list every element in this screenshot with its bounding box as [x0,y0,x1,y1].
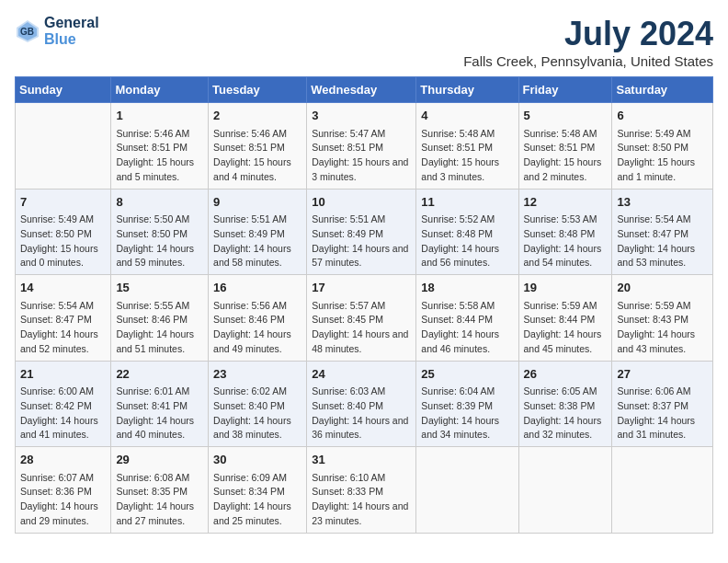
header-cell-wednesday: Wednesday [307,77,416,103]
cell-date: 10 [312,193,411,212]
cell-info: Sunrise: 6:00 AMSunset: 8:42 PMDaylight:… [20,385,106,442]
day-cell: 16Sunrise: 5:56 AMSunset: 8:46 PMDayligh… [209,275,307,362]
day-cell: 20Sunrise: 5:59 AMSunset: 8:43 PMDayligh… [612,275,713,362]
cell-info: Sunrise: 6:10 AMSunset: 8:33 PMDaylight:… [312,471,411,529]
cell-date: 21 [20,365,106,384]
day-cell [612,447,713,534]
cell-info: Sunrise: 5:48 AMSunset: 8:51 PMDaylight:… [421,127,513,185]
day-cell: 15Sunrise: 5:55 AMSunset: 8:46 PMDayligh… [111,275,209,362]
cell-date: 9 [213,193,301,212]
cell-info: Sunrise: 5:54 AMSunset: 8:47 PMDaylight:… [617,213,708,270]
cell-info: Sunrise: 5:46 AMSunset: 8:51 PMDaylight:… [213,127,301,185]
week-row-3: 14Sunrise: 5:54 AMSunset: 8:47 PMDayligh… [16,275,713,362]
cell-date: 26 [524,365,608,384]
cell-info: Sunrise: 6:02 AMSunset: 8:40 PMDaylight:… [213,385,301,442]
day-cell: 31Sunrise: 6:10 AMSunset: 8:33 PMDayligh… [307,447,416,534]
subtitle: Falls Creek, Pennsylvania, United States [463,53,713,69]
cell-date: 3 [312,107,411,125]
day-cell: 22Sunrise: 6:01 AMSunset: 8:41 PMDayligh… [111,361,209,447]
cell-date: 23 [213,365,301,384]
cell-info: Sunrise: 5:59 AMSunset: 8:44 PMDaylight:… [524,299,608,357]
cell-info: Sunrise: 6:07 AMSunset: 8:36 PMDaylight:… [20,471,106,529]
cell-date: 27 [617,365,708,384]
cell-info: Sunrise: 5:50 AMSunset: 8:50 PMDaylight:… [116,213,203,270]
day-cell: 6Sunrise: 5:49 AMSunset: 8:50 PMDaylight… [612,103,713,190]
day-cell: 10Sunrise: 5:51 AMSunset: 8:49 PMDayligh… [307,189,416,275]
cell-date: 19 [524,279,608,297]
cell-info: Sunrise: 5:57 AMSunset: 8:45 PMDaylight:… [312,299,411,357]
cell-info: Sunrise: 5:58 AMSunset: 8:44 PMDaylight:… [421,299,513,357]
cell-info: Sunrise: 6:06 AMSunset: 8:37 PMDaylight:… [617,385,708,442]
cell-info: Sunrise: 5:51 AMSunset: 8:49 PMDaylight:… [312,213,411,270]
logo-text: General Blue [44,15,99,47]
cell-date: 18 [421,279,513,297]
header-cell-tuesday: Tuesday [209,77,307,103]
day-cell: 30Sunrise: 6:09 AMSunset: 8:34 PMDayligh… [209,447,307,534]
day-cell: 24Sunrise: 6:03 AMSunset: 8:40 PMDayligh… [307,361,416,447]
day-cell: 26Sunrise: 6:05 AMSunset: 8:38 PMDayligh… [518,361,612,447]
main-title: July 2024 [463,15,713,53]
day-cell: 21Sunrise: 6:00 AMSunset: 8:42 PMDayligh… [16,361,111,447]
cell-info: Sunrise: 5:49 AMSunset: 8:50 PMDaylight:… [20,213,106,270]
day-cell: 25Sunrise: 6:04 AMSunset: 8:39 PMDayligh… [416,361,518,447]
cell-info: Sunrise: 5:55 AMSunset: 8:46 PMDaylight:… [116,299,203,357]
cell-date: 5 [524,107,608,125]
day-cell: 19Sunrise: 5:59 AMSunset: 8:44 PMDayligh… [518,275,612,362]
cell-date: 15 [116,279,203,297]
cell-date: 11 [421,193,513,212]
cell-info: Sunrise: 6:03 AMSunset: 8:40 PMDaylight:… [312,385,411,442]
cell-info: Sunrise: 6:09 AMSunset: 8:34 PMDaylight:… [213,471,301,529]
logo-icon: GB [15,18,40,44]
cell-date: 16 [213,279,301,297]
cell-date: 22 [116,365,203,384]
cell-info: Sunrise: 6:04 AMSunset: 8:39 PMDaylight:… [421,385,513,442]
cell-date: 12 [524,193,608,212]
day-cell [518,447,612,534]
day-cell [16,103,111,190]
cell-date: 29 [116,451,203,469]
week-row-2: 7Sunrise: 5:49 AMSunset: 8:50 PMDaylight… [16,189,713,275]
day-cell: 4Sunrise: 5:48 AMSunset: 8:51 PMDaylight… [416,103,518,190]
cell-info: Sunrise: 6:08 AMSunset: 8:35 PMDaylight:… [116,471,203,529]
header-row: SundayMondayTuesdayWednesdayThursdayFrid… [16,77,713,103]
cell-info: Sunrise: 5:49 AMSunset: 8:50 PMDaylight:… [617,127,708,185]
svg-text:GB: GB [20,27,34,37]
cell-date: 8 [116,193,203,212]
day-cell: 29Sunrise: 6:08 AMSunset: 8:35 PMDayligh… [111,447,209,534]
cell-date: 25 [421,365,513,384]
cell-date: 31 [312,451,411,469]
cell-date: 30 [213,451,301,469]
day-cell: 3Sunrise: 5:47 AMSunset: 8:51 PMDaylight… [307,103,416,190]
day-cell: 5Sunrise: 5:48 AMSunset: 8:51 PMDaylight… [518,103,612,190]
cell-info: Sunrise: 5:47 AMSunset: 8:51 PMDaylight:… [312,127,411,185]
cell-date: 2 [213,107,301,125]
cell-info: Sunrise: 5:59 AMSunset: 8:43 PMDaylight:… [617,299,708,357]
header-cell-thursday: Thursday [416,77,518,103]
cell-info: Sunrise: 5:53 AMSunset: 8:48 PMDaylight:… [524,213,608,270]
week-row-5: 28Sunrise: 6:07 AMSunset: 8:36 PMDayligh… [16,447,713,534]
day-cell [416,447,518,534]
day-cell: 1Sunrise: 5:46 AMSunset: 8:51 PMDaylight… [111,103,209,190]
cell-info: Sunrise: 5:46 AMSunset: 8:51 PMDaylight:… [116,127,203,185]
week-row-1: 1Sunrise: 5:46 AMSunset: 8:51 PMDaylight… [16,103,713,190]
calendar-table: SundayMondayTuesdayWednesdayThursdayFrid… [15,76,713,534]
cell-date: 1 [116,107,203,125]
cell-info: Sunrise: 5:56 AMSunset: 8:46 PMDaylight:… [213,299,301,357]
cell-date: 28 [20,451,106,469]
cell-info: Sunrise: 6:01 AMSunset: 8:41 PMDaylight:… [116,385,203,442]
title-block: July 2024 Falls Creek, Pennsylvania, Uni… [463,15,713,69]
day-cell: 7Sunrise: 5:49 AMSunset: 8:50 PMDaylight… [16,189,111,275]
cell-info: Sunrise: 5:48 AMSunset: 8:51 PMDaylight:… [524,127,608,185]
day-cell: 13Sunrise: 5:54 AMSunset: 8:47 PMDayligh… [612,189,713,275]
header-cell-sunday: Sunday [16,77,111,103]
cell-date: 20 [617,279,708,297]
cell-date: 17 [312,279,411,297]
cell-info: Sunrise: 5:51 AMSunset: 8:49 PMDaylight:… [213,213,301,270]
week-row-4: 21Sunrise: 6:00 AMSunset: 8:42 PMDayligh… [16,361,713,447]
day-cell: 17Sunrise: 5:57 AMSunset: 8:45 PMDayligh… [307,275,416,362]
cell-info: Sunrise: 5:52 AMSunset: 8:48 PMDaylight:… [421,213,513,270]
page-header: GB General Blue July 2024 Falls Creek, P… [15,15,713,69]
cell-date: 24 [312,365,411,384]
cell-info: Sunrise: 6:05 AMSunset: 8:38 PMDaylight:… [524,385,608,442]
cell-date: 13 [617,193,708,212]
